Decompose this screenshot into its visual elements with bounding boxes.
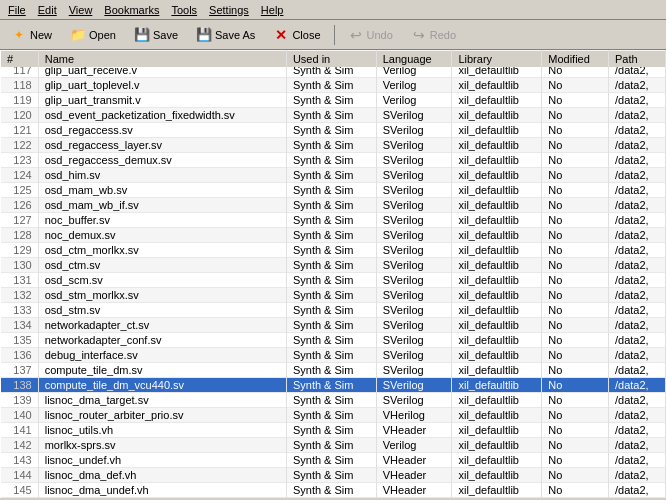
cell-library: xil_defaultlib	[452, 378, 542, 393]
save-button[interactable]: 💾 Save	[127, 23, 185, 47]
cell-modified: No	[542, 393, 609, 408]
cell-path: /data2,	[608, 78, 665, 93]
cell-modified: No	[542, 453, 609, 468]
table-row[interactable]: 144lisnoc_dma_def.vhSynth & SimVHeaderxi…	[1, 468, 666, 483]
menu-edit[interactable]: Edit	[32, 2, 63, 18]
cell-modified: No	[542, 348, 609, 363]
cell-num: 132	[1, 288, 39, 303]
cell-modified: No	[542, 378, 609, 393]
close-button[interactable]: ✕ Close	[266, 23, 327, 47]
table-row[interactable]: 131osd_scm.svSynth & SimSVerilogxil_defa…	[1, 273, 666, 288]
table-row[interactable]: 134networkadapter_ct.svSynth & SimSVeril…	[1, 318, 666, 333]
new-button[interactable]: ✦ New	[4, 23, 59, 47]
cell-modified: No	[542, 468, 609, 483]
table-row[interactable]: 126osd_mam_wb_if.svSynth & SimSVerilogxi…	[1, 198, 666, 213]
close-icon: ✕	[273, 27, 289, 43]
table-row[interactable]: 140lisnoc_router_arbiter_prio.svSynth & …	[1, 408, 666, 423]
cell-name: osd_him.sv	[38, 168, 286, 183]
cell-library: xil_defaultlib	[452, 78, 542, 93]
cell-num: 139	[1, 393, 39, 408]
file-table-container[interactable]: # Name Used in Language Library Modified…	[0, 50, 666, 498]
table-row[interactable]: 139lisnoc_dma_target.svSynth & SimSVeril…	[1, 393, 666, 408]
cell-modified: No	[542, 363, 609, 378]
saveas-button[interactable]: 💾 Save As	[189, 23, 262, 47]
redo-button[interactable]: ↪ Redo	[404, 23, 463, 47]
table-row[interactable]: 142morlkx-sprs.svSynth & SimVerilogxil_d…	[1, 438, 666, 453]
menu-bookmarks[interactable]: Bookmarks	[98, 2, 165, 18]
cell-num: 142	[1, 438, 39, 453]
col-num[interactable]: #	[1, 50, 39, 67]
cell-num: 123	[1, 153, 39, 168]
menu-file[interactable]: File	[2, 2, 32, 18]
table-row[interactable]: 132osd_stm_morlkx.svSynth & SimSVerilogx…	[1, 288, 666, 303]
undo-label: Undo	[367, 29, 393, 41]
cell-name: osd_event_packetization_fixedwidth.sv	[38, 108, 286, 123]
cell-modified: No	[542, 123, 609, 138]
cell-library: xil_defaultlib	[452, 243, 542, 258]
cell-modified: No	[542, 318, 609, 333]
cell-language: SVerilog	[376, 378, 452, 393]
table-row[interactable]: 123osd_regaccess_demux.svSynth & SimSVer…	[1, 153, 666, 168]
table-row[interactable]: 122osd_regaccess_layer.svSynth & SimSVer…	[1, 138, 666, 153]
undo-button[interactable]: ↩ Undo	[341, 23, 400, 47]
col-name[interactable]: Name	[38, 50, 286, 67]
menu-view[interactable]: View	[63, 2, 99, 18]
cell-num: 128	[1, 228, 39, 243]
table-row[interactable]: 135networkadapter_conf.svSynth & SimSVer…	[1, 333, 666, 348]
table-row[interactable]: 137compute_tile_dm.svSynth & SimSVerilog…	[1, 363, 666, 378]
open-button[interactable]: 📁 Open	[63, 23, 123, 47]
table-row[interactable]: 125osd_mam_wb.svSynth & SimSVerilogxil_d…	[1, 183, 666, 198]
cell-path: /data2,	[608, 123, 665, 138]
menu-help[interactable]: Help	[255, 2, 290, 18]
table-row[interactable]: 145lisnoc_dma_undef.vhSynth & SimVHeader…	[1, 483, 666, 498]
table-row[interactable]: 119glip_uart_transmit.vSynth & SimVerilo…	[1, 93, 666, 108]
table-row[interactable]: 128noc_demux.svSynth & SimSVerilogxil_de…	[1, 228, 666, 243]
table-row[interactable]: 141lisnoc_utils.vhSynth & SimVHeaderxil_…	[1, 423, 666, 438]
table-row[interactable]: 136debug_interface.svSynth & SimSVerilog…	[1, 348, 666, 363]
cell-path: /data2,	[608, 153, 665, 168]
table-row[interactable]: 120osd_event_packetization_fixedwidth.sv…	[1, 108, 666, 123]
col-language[interactable]: Language	[376, 50, 452, 67]
cell-used-in: Synth & Sim	[286, 408, 376, 423]
cell-path: /data2,	[608, 183, 665, 198]
cell-library: xil_defaultlib	[452, 168, 542, 183]
cell-name: lisnoc_utils.vh	[38, 423, 286, 438]
cell-used-in: Synth & Sim	[286, 333, 376, 348]
table-row[interactable]: 127noc_buffer.svSynth & SimSVerilogxil_d…	[1, 213, 666, 228]
table-row[interactable]: 138compute_tile_dm_vcu440.svSynth & SimS…	[1, 378, 666, 393]
cell-language: SVerilog	[376, 258, 452, 273]
menu-tools[interactable]: Tools	[165, 2, 203, 18]
col-library[interactable]: Library	[452, 50, 542, 67]
cell-modified: No	[542, 423, 609, 438]
cell-library: xil_defaultlib	[452, 483, 542, 498]
menu-settings[interactable]: Settings	[203, 2, 255, 18]
table-row[interactable]: 118glip_uart_toplevel.vSynth & SimVerilo…	[1, 78, 666, 93]
cell-num: 133	[1, 303, 39, 318]
cell-num: 145	[1, 483, 39, 498]
table-row[interactable]: 121osd_regaccess.svSynth & SimSVerilogxi…	[1, 123, 666, 138]
open-label: Open	[89, 29, 116, 41]
cell-num: 138	[1, 378, 39, 393]
cell-language: VHeader	[376, 423, 452, 438]
col-modified[interactable]: Modified	[542, 50, 609, 67]
table-row[interactable]: 143lisnoc_undef.vhSynth & SimVHeaderxil_…	[1, 453, 666, 468]
cell-modified: No	[542, 213, 609, 228]
cell-used-in: Synth & Sim	[286, 288, 376, 303]
col-path[interactable]: Path	[608, 50, 665, 67]
saveas-icon: 💾	[196, 27, 212, 43]
cell-name: compute_tile_dm_vcu440.sv	[38, 378, 286, 393]
cell-used-in: Synth & Sim	[286, 153, 376, 168]
cell-language: SVerilog	[376, 303, 452, 318]
table-row[interactable]: 133osd_stm.svSynth & SimSVerilogxil_defa…	[1, 303, 666, 318]
table-row[interactable]: 129osd_ctm_morlkx.svSynth & SimSVerilogx…	[1, 243, 666, 258]
cell-used-in: Synth & Sim	[286, 108, 376, 123]
cell-name: osd_scm.sv	[38, 273, 286, 288]
table-row[interactable]: 124osd_him.svSynth & SimSVerilogxil_defa…	[1, 168, 666, 183]
cell-modified: No	[542, 273, 609, 288]
cell-num: 121	[1, 123, 39, 138]
cell-library: xil_defaultlib	[452, 213, 542, 228]
table-row[interactable]: 130osd_ctm.svSynth & SimSVerilogxil_defa…	[1, 258, 666, 273]
col-used-in[interactable]: Used in	[286, 50, 376, 67]
cell-language: SVerilog	[376, 108, 452, 123]
cell-modified: No	[542, 168, 609, 183]
